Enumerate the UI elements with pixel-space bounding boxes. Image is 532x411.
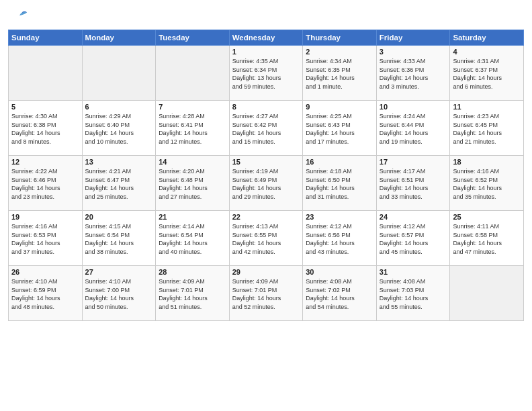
calendar-week-row: 5Sunrise: 4:30 AM Sunset: 6:38 PM Daylig… [9, 101, 524, 156]
page: SundayMondayTuesdayWednesdayThursdayFrid… [0, 0, 532, 411]
day-info: Sunrise: 4:24 AM Sunset: 6:44 PM Dayligh… [380, 112, 447, 146]
day-info: Sunrise: 4:09 AM Sunset: 7:01 PM Dayligh… [232, 277, 300, 311]
day-info: Sunrise: 4:19 AM Sunset: 6:49 PM Dayligh… [232, 167, 300, 201]
day-number: 18 [453, 158, 521, 166]
calendar-cell: 26Sunrise: 4:10 AM Sunset: 6:59 PM Dayli… [9, 266, 83, 321]
weekday-header-tuesday: Tuesday [156, 30, 230, 46]
day-number: 16 [306, 158, 373, 166]
header [8, 7, 524, 26]
weekday-header-saturday: Saturday [450, 30, 524, 46]
calendar-cell: 16Sunrise: 4:18 AM Sunset: 6:50 PM Dayli… [303, 156, 377, 211]
day-number: 20 [85, 213, 153, 221]
day-number: 7 [159, 103, 226, 111]
day-info: Sunrise: 4:35 AM Sunset: 6:34 PM Dayligh… [232, 57, 300, 91]
calendar-cell: 1Sunrise: 4:35 AM Sunset: 6:34 PM Daylig… [229, 46, 303, 101]
calendar-cell [82, 46, 156, 101]
day-number: 2 [306, 48, 373, 56]
day-info: Sunrise: 4:11 AM Sunset: 6:58 PM Dayligh… [453, 222, 521, 256]
calendar-cell: 5Sunrise: 4:30 AM Sunset: 6:38 PM Daylig… [9, 101, 83, 156]
day-info: Sunrise: 4:22 AM Sunset: 6:46 PM Dayligh… [11, 167, 79, 201]
day-info: Sunrise: 4:08 AM Sunset: 7:02 PM Dayligh… [306, 277, 373, 311]
calendar-cell: 20Sunrise: 4:15 AM Sunset: 6:54 PM Dayli… [82, 211, 156, 266]
day-number: 26 [11, 268, 79, 276]
calendar-cell: 27Sunrise: 4:10 AM Sunset: 7:00 PM Dayli… [82, 266, 156, 321]
weekday-header-thursday: Thursday [303, 30, 377, 46]
calendar-cell: 3Sunrise: 4:33 AM Sunset: 6:36 PM Daylig… [376, 46, 450, 101]
calendar-table: SundayMondayTuesdayWednesdayThursdayFrid… [8, 30, 524, 321]
calendar-cell: 15Sunrise: 4:19 AM Sunset: 6:49 PM Dayli… [229, 156, 303, 211]
day-info: Sunrise: 4:16 AM Sunset: 6:53 PM Dayligh… [11, 222, 79, 256]
calendar-cell: 23Sunrise: 4:12 AM Sunset: 6:56 PM Dayli… [303, 211, 377, 266]
weekday-header-monday: Monday [82, 30, 156, 46]
day-number: 3 [380, 48, 447, 56]
day-number: 30 [306, 268, 373, 276]
day-number: 25 [453, 213, 521, 221]
day-info: Sunrise: 4:17 AM Sunset: 6:51 PM Dayligh… [380, 167, 447, 201]
day-number: 28 [159, 268, 226, 276]
calendar-cell: 22Sunrise: 4:13 AM Sunset: 6:55 PM Dayli… [229, 211, 303, 266]
day-number: 24 [380, 213, 447, 221]
logo-bird-icon [9, 7, 28, 26]
day-number: 14 [159, 158, 226, 166]
day-info: Sunrise: 4:34 AM Sunset: 6:35 PM Dayligh… [306, 57, 373, 91]
day-info: Sunrise: 4:10 AM Sunset: 6:59 PM Dayligh… [11, 277, 79, 311]
day-info: Sunrise: 4:12 AM Sunset: 6:56 PM Dayligh… [306, 222, 373, 256]
day-number: 27 [85, 268, 153, 276]
calendar-cell: 11Sunrise: 4:23 AM Sunset: 6:45 PM Dayli… [450, 101, 524, 156]
day-info: Sunrise: 4:31 AM Sunset: 6:37 PM Dayligh… [453, 57, 521, 91]
logo-text [8, 7, 28, 26]
day-number: 10 [380, 103, 447, 111]
calendar-cell: 17Sunrise: 4:17 AM Sunset: 6:51 PM Dayli… [376, 156, 450, 211]
day-info: Sunrise: 4:15 AM Sunset: 6:54 PM Dayligh… [85, 222, 153, 256]
calendar-cell: 18Sunrise: 4:16 AM Sunset: 6:52 PM Dayli… [450, 156, 524, 211]
day-number: 13 [85, 158, 153, 166]
weekday-header-sunday: Sunday [9, 30, 83, 46]
day-info: Sunrise: 4:23 AM Sunset: 6:45 PM Dayligh… [453, 112, 521, 146]
day-number: 9 [306, 103, 373, 111]
calendar-cell [450, 266, 524, 321]
calendar-cell: 31Sunrise: 4:08 AM Sunset: 7:03 PM Dayli… [376, 266, 450, 321]
day-number: 29 [232, 268, 300, 276]
day-info: Sunrise: 4:27 AM Sunset: 6:42 PM Dayligh… [232, 112, 300, 146]
day-number: 31 [380, 268, 447, 276]
calendar-cell: 12Sunrise: 4:22 AM Sunset: 6:46 PM Dayli… [9, 156, 83, 211]
day-info: Sunrise: 4:30 AM Sunset: 6:38 PM Dayligh… [11, 112, 79, 146]
day-info: Sunrise: 4:16 AM Sunset: 6:52 PM Dayligh… [453, 167, 521, 201]
logo [8, 7, 28, 26]
day-info: Sunrise: 4:10 AM Sunset: 7:00 PM Dayligh… [85, 277, 153, 311]
calendar-cell: 7Sunrise: 4:28 AM Sunset: 6:41 PM Daylig… [156, 101, 230, 156]
day-number: 1 [232, 48, 300, 56]
day-number: 17 [380, 158, 447, 166]
calendar-cell: 6Sunrise: 4:29 AM Sunset: 6:40 PM Daylig… [82, 101, 156, 156]
calendar-cell: 8Sunrise: 4:27 AM Sunset: 6:42 PM Daylig… [229, 101, 303, 156]
day-info: Sunrise: 4:08 AM Sunset: 7:03 PM Dayligh… [380, 277, 447, 311]
day-number: 23 [306, 213, 373, 221]
calendar-week-row: 12Sunrise: 4:22 AM Sunset: 6:46 PM Dayli… [9, 156, 524, 211]
day-info: Sunrise: 4:21 AM Sunset: 6:47 PM Dayligh… [85, 167, 153, 201]
day-number: 22 [232, 213, 300, 221]
day-number: 15 [232, 158, 300, 166]
day-number: 4 [453, 48, 521, 56]
day-info: Sunrise: 4:29 AM Sunset: 6:40 PM Dayligh… [85, 112, 153, 146]
calendar-cell: 13Sunrise: 4:21 AM Sunset: 6:47 PM Dayli… [82, 156, 156, 211]
calendar-cell: 4Sunrise: 4:31 AM Sunset: 6:37 PM Daylig… [450, 46, 524, 101]
calendar-cell [9, 46, 83, 101]
day-number: 19 [11, 213, 79, 221]
calendar-cell: 29Sunrise: 4:09 AM Sunset: 7:01 PM Dayli… [229, 266, 303, 321]
day-info: Sunrise: 4:14 AM Sunset: 6:54 PM Dayligh… [159, 222, 226, 256]
day-info: Sunrise: 4:25 AM Sunset: 6:43 PM Dayligh… [306, 112, 373, 146]
calendar-cell: 28Sunrise: 4:09 AM Sunset: 7:01 PM Dayli… [156, 266, 230, 321]
calendar-header-row: SundayMondayTuesdayWednesdayThursdayFrid… [9, 30, 524, 46]
calendar-cell: 21Sunrise: 4:14 AM Sunset: 6:54 PM Dayli… [156, 211, 230, 266]
calendar-cell: 24Sunrise: 4:12 AM Sunset: 6:57 PM Dayli… [376, 211, 450, 266]
weekday-header-wednesday: Wednesday [229, 30, 303, 46]
day-number: 5 [11, 103, 79, 111]
calendar-week-row: 26Sunrise: 4:10 AM Sunset: 6:59 PM Dayli… [9, 266, 524, 321]
calendar-week-row: 1Sunrise: 4:35 AM Sunset: 6:34 PM Daylig… [9, 46, 524, 101]
day-info: Sunrise: 4:18 AM Sunset: 6:50 PM Dayligh… [306, 167, 373, 201]
day-info: Sunrise: 4:12 AM Sunset: 6:57 PM Dayligh… [380, 222, 447, 256]
calendar-cell: 30Sunrise: 4:08 AM Sunset: 7:02 PM Dayli… [303, 266, 377, 321]
day-info: Sunrise: 4:33 AM Sunset: 6:36 PM Dayligh… [380, 57, 447, 91]
calendar-cell: 10Sunrise: 4:24 AM Sunset: 6:44 PM Dayli… [376, 101, 450, 156]
calendar-cell [156, 46, 230, 101]
